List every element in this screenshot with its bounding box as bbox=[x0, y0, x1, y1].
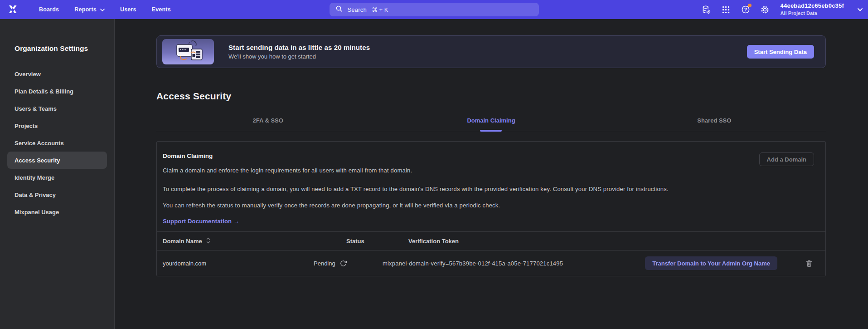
nav-item-reports[interactable]: Reports bbox=[74, 6, 105, 13]
support-documentation-link[interactable]: Support Documentation → bbox=[163, 218, 239, 225]
search-input[interactable]: Search ⌘ + K bbox=[330, 3, 539, 16]
domains-table: Domain Name Status Verification Token bbox=[157, 231, 825, 276]
nav-item-boards[interactable]: Boards bbox=[39, 6, 59, 13]
notification-badge bbox=[748, 4, 752, 7]
org-settings-sidebar: Organization Settings Overview Plan Deta… bbox=[0, 19, 115, 329]
main-content: Start sending data in as little as 20 mi… bbox=[115, 19, 868, 329]
chevron-down-icon bbox=[100, 6, 105, 13]
app-window: X Boards Reports Users Events Search ⌘ +… bbox=[0, 0, 868, 329]
status-badge: Pending bbox=[314, 260, 335, 267]
card-paragraph: You can refresh the status to manually v… bbox=[163, 201, 734, 210]
transfer-domain-button[interactable]: Transfer Domain to Your Admin Org Name bbox=[645, 256, 777, 270]
project-id: 44eebad12c65eb0c35f bbox=[781, 2, 844, 10]
delete-domain-icon[interactable] bbox=[805, 260, 813, 267]
verification-token-cell: mixpanel-domain-verify=567b39be-012f-415… bbox=[383, 260, 645, 267]
access-security-tabs: 2FA & SSO Domain Claiming Shared SSO bbox=[156, 110, 826, 131]
sort-icon[interactable] bbox=[206, 237, 210, 245]
active-tab-indicator bbox=[480, 130, 502, 132]
search-shortcut: ⌘ + K bbox=[372, 6, 388, 13]
page-body: Organization Settings Overview Plan Deta… bbox=[0, 19, 868, 329]
column-header-domain-name-label: Domain Name bbox=[163, 238, 202, 245]
add-a-domain-button[interactable]: Add a Domain bbox=[759, 152, 814, 166]
project-switcher[interactable]: 44eebad12c65eb0c35f All Project Data bbox=[781, 2, 844, 16]
top-nav-bar: X Boards Reports Users Events Search ⌘ +… bbox=[0, 0, 868, 19]
nav-item-reports-label: Reports bbox=[74, 6, 97, 13]
data-management-icon[interactable] bbox=[702, 5, 712, 15]
project-chevron-down-icon[interactable] bbox=[858, 8, 863, 11]
sidebar-title: Organization Settings bbox=[0, 44, 114, 53]
banner-subtitle: We'll show you how to get started bbox=[228, 53, 370, 60]
page-title: Access Security bbox=[156, 91, 826, 102]
help-icon[interactable]: ? bbox=[741, 5, 751, 15]
sidebar-item-overview[interactable]: Overview bbox=[7, 65, 107, 83]
tab-domain-claiming[interactable]: Domain Claiming bbox=[379, 110, 602, 131]
sidebar-item-mixpanel-usage[interactable]: Mixpanel Usage bbox=[7, 203, 107, 221]
domain-row: yourdomain.com Pending mixpanel-domain-v… bbox=[157, 250, 825, 276]
start-sending-data-button[interactable]: Start Sending Data bbox=[747, 45, 814, 59]
search-placeholder: Search bbox=[348, 6, 367, 13]
onboarding-banner: Start sending data in as little as 20 mi… bbox=[156, 35, 826, 68]
card-paragraph: Claim a domain and enforce the login req… bbox=[163, 166, 734, 175]
domains-table-header: Domain Name Status Verification Token bbox=[157, 232, 825, 250]
search-icon bbox=[335, 5, 343, 14]
getting-started-illustration bbox=[162, 39, 214, 64]
refresh-status-icon[interactable] bbox=[340, 260, 347, 267]
banner-title: Start sending data in as little as 20 mi… bbox=[228, 44, 370, 51]
top-nav-left: X Boards Reports Users Events bbox=[0, 3, 171, 16]
banner-text: Start sending data in as little as 20 mi… bbox=[228, 44, 370, 60]
sidebar-item-data-privacy[interactable]: Data & Privacy bbox=[7, 186, 107, 203]
card-paragraph: To complete the process of claiming a do… bbox=[163, 184, 734, 194]
column-header-verification-token: Verification Token bbox=[408, 238, 814, 245]
sidebar-item-plan-details-billing[interactable]: Plan Details & Billing bbox=[7, 83, 107, 100]
column-header-status: Status bbox=[346, 238, 408, 245]
settings-gear-icon[interactable] bbox=[760, 5, 770, 15]
apps-grid-icon[interactable] bbox=[721, 5, 731, 15]
domain-claiming-card: Domain Claiming Add a Domain Claim a dom… bbox=[156, 141, 826, 276]
tab-shared-sso[interactable]: Shared SSO bbox=[603, 110, 826, 131]
sidebar-item-access-security[interactable]: Access Security bbox=[7, 152, 107, 169]
sidebar-item-users-teams[interactable]: Users & Teams bbox=[7, 100, 107, 117]
mixpanel-logo[interactable]: X bbox=[6, 3, 19, 16]
nav-item-events[interactable]: Events bbox=[152, 6, 171, 13]
top-nav-right: ? 44eebad12c65eb0c35f All Project Data bbox=[702, 0, 863, 19]
svg-text:?: ? bbox=[744, 7, 747, 12]
status-cell: Pending bbox=[314, 260, 383, 267]
tab-domain-claiming-label: Domain Claiming bbox=[467, 117, 515, 124]
sidebar-item-service-accounts[interactable]: Service Accounts bbox=[7, 134, 107, 152]
project-scope: All Project Data bbox=[781, 10, 844, 16]
tab-2fa-sso[interactable]: 2FA & SSO bbox=[156, 110, 379, 131]
sidebar-item-identity-merge[interactable]: Identity Merge bbox=[7, 169, 107, 186]
sidebar-item-projects[interactable]: Projects bbox=[7, 117, 107, 134]
card-title: Domain Claiming bbox=[163, 152, 814, 159]
column-header-domain-name[interactable]: Domain Name bbox=[163, 237, 346, 245]
nav-item-users[interactable]: Users bbox=[120, 6, 136, 13]
domain-name-cell: yourdomain.com bbox=[163, 260, 314, 267]
